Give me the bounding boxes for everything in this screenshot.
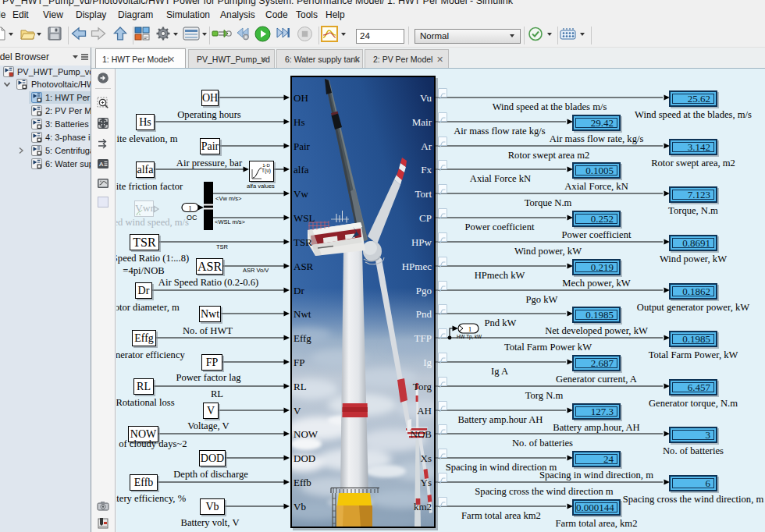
svg-text:A: A — [99, 161, 104, 168]
svg-text:1: 1 — [468, 325, 472, 333]
svg-text:1: 1 — [188, 204, 192, 212]
svg-text:T(u): T(u) — [262, 168, 271, 174]
